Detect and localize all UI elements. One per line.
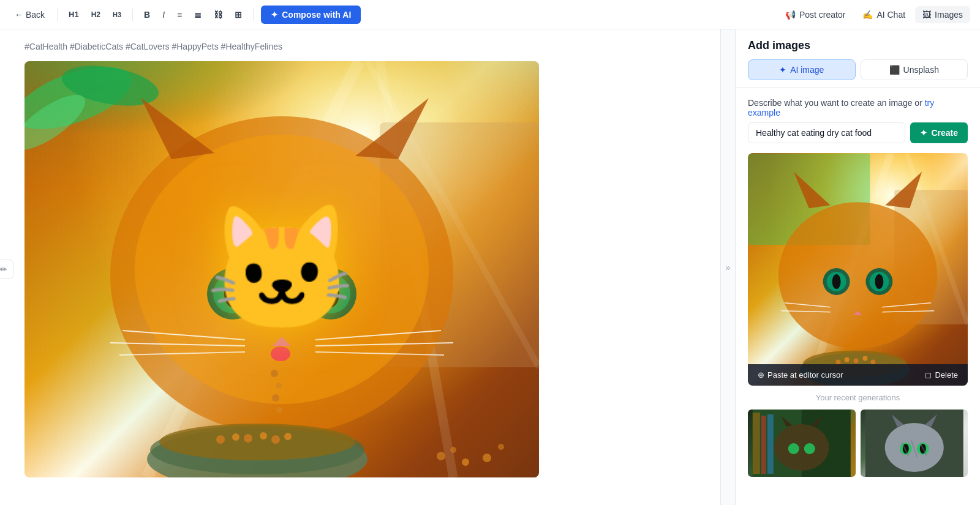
more-button[interactable]: ⊞ [231, 7, 246, 22]
prompt-row: ✦ Create [748, 122, 968, 143]
chevron-icon: » [726, 263, 731, 272]
unsplash-tab-icon: ⬛ [889, 65, 900, 75]
compose-icon: ✦ [271, 10, 278, 20]
svg-line-49 [809, 154, 891, 386]
svg-marker-11 [141, 98, 214, 159]
h1-button[interactable]: H1 [65, 7, 83, 21]
svg-point-40 [272, 394, 279, 402]
svg-line-3 [380, 61, 453, 477]
svg-point-31 [159, 424, 355, 460]
svg-marker-53 [794, 171, 831, 208]
svg-point-8 [24, 85, 93, 159]
svg-point-70 [854, 359, 859, 364]
svg-point-30 [150, 425, 364, 474]
svg-point-39 [276, 383, 282, 389]
side-panel-title: Add images [748, 39, 968, 52]
svg-point-69 [845, 357, 850, 362]
svg-point-35 [260, 432, 267, 440]
svg-point-6 [24, 61, 140, 142]
svg-point-37 [284, 433, 292, 440]
numbered-list-button[interactable]: ≣ [190, 7, 205, 22]
post-creator-button[interactable]: 📢 Post creator [778, 6, 853, 23]
delete-label: Delete [935, 370, 958, 380]
svg-point-34 [244, 434, 252, 443]
hashtags: #CatHealth #DiabeticCats #CatLovers #Hap… [24, 42, 696, 51]
cat-image: 🐱 [24, 61, 539, 477]
h2-button[interactable]: H2 [88, 8, 104, 21]
ai-chat-icon: ✍ [862, 10, 873, 20]
post-creator-label: Post creator [799, 10, 845, 20]
paste-label: Paste at editor cursor [767, 370, 843, 380]
svg-line-24 [110, 343, 245, 346]
svg-rect-82 [767, 414, 774, 474]
svg-point-59 [832, 274, 841, 289]
compose-ai-button[interactable]: ✦ Compose with AI [261, 6, 361, 24]
images-icon: 🖼 [922, 10, 931, 20]
svg-point-45 [483, 454, 491, 462]
paste-icon: ⊕ [758, 370, 764, 380]
italic-button[interactable]: I [159, 7, 168, 22]
back-button[interactable]: ← Back [10, 7, 50, 22]
svg-marker-12 [355, 98, 429, 159]
svg-point-38 [271, 370, 278, 377]
svg-rect-48 [748, 154, 870, 245]
svg-rect-5 [380, 122, 539, 367]
post-creator-icon: 📢 [785, 10, 796, 20]
recent-image-1[interactable] [748, 410, 856, 477]
svg-point-75 [774, 424, 829, 471]
svg-point-71 [862, 356, 867, 361]
svg-point-42 [437, 452, 445, 460]
svg-marker-65 [854, 311, 862, 315]
prompt-label: Describe what you want to create an imag… [748, 98, 968, 118]
side-panel: Add images ✦ AI image ⬛ Unsplash Describ… [735, 29, 980, 505]
h3-button[interactable]: H3 [109, 9, 125, 21]
svg-rect-81 [761, 416, 766, 474]
bullet-list-button[interactable]: ≡ [173, 7, 186, 22]
svg-line-25 [119, 352, 245, 355]
recent-label: Your recent generations [748, 393, 968, 402]
svg-point-44 [450, 447, 456, 453]
toolbar-divider-2 [132, 9, 133, 21]
delete-icon: ◻ [925, 370, 932, 380]
svg-point-43 [462, 458, 469, 466]
link-button[interactable]: ⛓ [210, 7, 226, 22]
svg-point-60 [875, 274, 883, 289]
bold-button[interactable]: B [140, 7, 154, 22]
svg-point-33 [232, 433, 239, 441]
svg-point-41 [276, 407, 282, 413]
svg-point-55 [823, 268, 850, 295]
svg-line-4 [368, 61, 539, 367]
svg-line-61 [785, 303, 831, 307]
svg-point-57 [827, 272, 846, 291]
paste-at-cursor-button[interactable]: ⊕ Paste at editor cursor [758, 370, 843, 380]
svg-marker-54 [885, 171, 922, 208]
ai-image-tab[interactable]: ✦ AI image [748, 59, 856, 80]
toolbar: ← Back H1 H2 H3 B I ≡ ≣ ⛓ ⊞ [0, 0, 980, 29]
images-label: Images [935, 10, 963, 20]
toolbar-left: ← Back H1 H2 H3 B I ≡ ≣ ⛓ ⊞ [10, 6, 773, 24]
toolbar-right: 📢 Post creator ✍ AI Chat 🖼 Images [778, 6, 970, 23]
ai-image-tab-label: AI image [790, 65, 824, 75]
svg-line-62 [782, 311, 831, 312]
recent-image-2[interactable] [861, 410, 968, 477]
toolbar-divider-3 [253, 9, 254, 21]
float-edit-icon: ✏ [0, 264, 7, 274]
svg-line-27 [315, 343, 453, 346]
float-edit-button[interactable]: ✏ [0, 260, 13, 279]
images-button[interactable]: 🖼 Images [915, 6, 970, 23]
prompt-input[interactable] [748, 122, 905, 143]
svg-point-52 [778, 202, 937, 348]
svg-line-28 [315, 352, 444, 355]
create-button[interactable]: ✦ Create [910, 122, 968, 143]
ai-chat-button[interactable]: ✍ AI Chat [855, 6, 913, 23]
unsplash-tab[interactable]: ⬛ Unsplash [861, 59, 968, 80]
editor-area[interactable]: #CatHealth #DiabeticCats #CatLovers #Hap… [0, 29, 720, 505]
back-label: ← Back [15, 10, 45, 20]
create-label: Create [931, 128, 958, 138]
svg-rect-80 [753, 413, 760, 474]
tab-row: ✦ AI image ⬛ Unsplash [748, 59, 968, 80]
unsplash-tab-label: Unsplash [903, 65, 939, 75]
delete-image-button[interactable]: ◻ Delete [925, 370, 958, 380]
main-content: #CatHealth #DiabeticCats #CatLovers #Hap… [0, 29, 980, 505]
collapse-handle[interactable]: » [720, 29, 735, 505]
